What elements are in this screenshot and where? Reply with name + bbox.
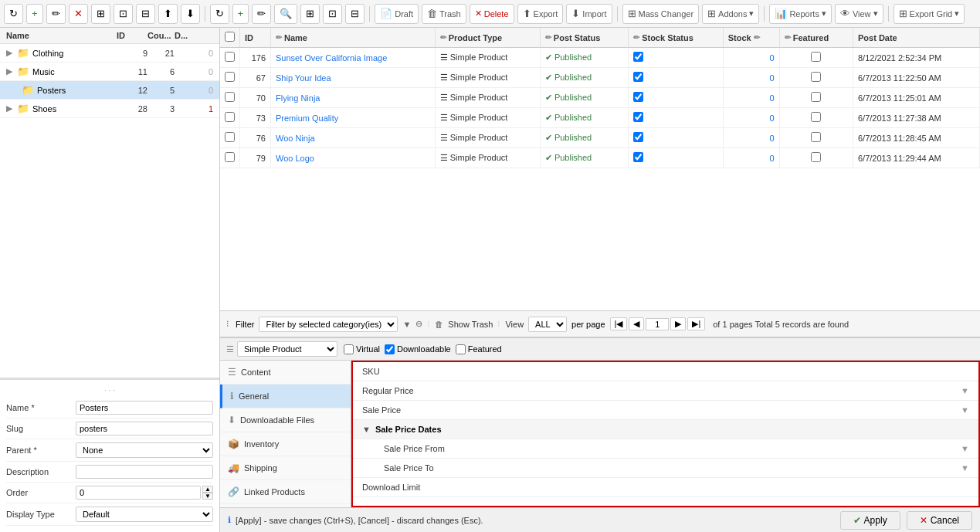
field-input-download_limit[interactable] xyxy=(470,483,969,492)
side-tab-general[interactable]: ℹ General xyxy=(220,385,351,408)
search-button[interactable]: 🔍 xyxy=(274,4,297,24)
product-link-2[interactable]: Flying Ninja xyxy=(276,93,320,103)
stock-status-checkbox-1[interactable] xyxy=(633,72,643,82)
stock-status-checkbox-5[interactable] xyxy=(633,152,643,162)
layout-button[interactable]: ⊟ xyxy=(136,4,155,24)
product-link-4[interactable]: Woo Ninja xyxy=(276,134,315,143)
preview2-button[interactable]: ⊡ xyxy=(323,4,342,24)
exportgrid-button[interactable]: ⊞Export Grid▾ xyxy=(894,4,965,24)
featured-checkbox-0[interactable] xyxy=(811,52,821,62)
download-button[interactable]: ⬇ xyxy=(181,4,200,24)
apply-button[interactable]: ✔ Apply xyxy=(840,511,900,530)
featured-label[interactable]: Featured xyxy=(456,344,502,354)
copy-button[interactable]: ⊞ xyxy=(91,4,110,24)
masschanger-button[interactable]: ⊞Mass Changer xyxy=(622,4,700,24)
tree-row-music[interactable]: ▶ 📁 Music 11 6 0 xyxy=(0,63,219,81)
row-checkbox-5[interactable] xyxy=(225,152,235,162)
preview-button[interactable]: ⊡ xyxy=(114,4,133,24)
filter-funnel-icon[interactable]: ▼ xyxy=(402,320,411,329)
expand-icon-${item.id}[interactable]: ▶ xyxy=(6,48,12,58)
expand-icon-${item.id}[interactable]: ▶ xyxy=(6,66,12,76)
featured-checkbox-1[interactable] xyxy=(811,72,821,82)
next-page-btn[interactable]: ▶ xyxy=(670,317,686,330)
side-tab-content[interactable]: ☰ Content xyxy=(220,361,351,385)
field-dropdown-sale_price[interactable]: ▼ xyxy=(961,405,969,415)
add2-button[interactable]: + xyxy=(232,4,249,24)
form-select-parent[interactable]: None xyxy=(76,442,213,458)
side-tab-downloadable_files[interactable]: ⬇ Downloadable Files xyxy=(220,408,351,432)
featured-checkbox-5[interactable] xyxy=(811,152,821,162)
select-all-checkbox[interactable] xyxy=(225,32,235,42)
layout2-button[interactable]: ⊟ xyxy=(345,4,365,24)
field-dropdown-sale_price_to[interactable]: ▼ xyxy=(961,463,969,473)
copy2-button[interactable]: ⊞ xyxy=(300,4,320,24)
reports-button[interactable]: 📊Reports▾ xyxy=(769,4,832,24)
field-dropdown-regular_price[interactable]: ▼ xyxy=(961,386,969,395)
stock-status-checkbox-3[interactable] xyxy=(633,112,643,122)
tree-row-posters[interactable]: 📁 Posters 12 5 0 xyxy=(0,81,219,100)
import-button[interactable]: ⬇Import xyxy=(566,4,612,24)
filter-clear-icon[interactable]: ⊖ xyxy=(415,319,422,329)
featured-checkbox-4[interactable] xyxy=(811,132,821,142)
section-header-sale_price_dates[interactable]: ▼ Sale Price Dates xyxy=(353,420,978,439)
refresh-button[interactable]: ↻ xyxy=(4,4,23,24)
first-page-btn[interactable]: |◀ xyxy=(610,317,628,330)
form-input-order[interactable] xyxy=(76,486,201,500)
edit-button[interactable]: ✏ xyxy=(46,4,66,24)
trash-icon[interactable]: 🗑 xyxy=(435,320,443,329)
view-button[interactable]: 👁View▾ xyxy=(835,4,883,24)
cancel-button[interactable]: ✕ Cancel xyxy=(907,511,972,530)
row-checkbox-3[interactable] xyxy=(225,112,235,122)
order-up[interactable]: ▲ xyxy=(202,486,213,493)
virtual-label[interactable]: Virtual xyxy=(344,344,380,354)
page-input[interactable] xyxy=(646,318,669,330)
last-page-btn[interactable]: ▶| xyxy=(687,317,705,330)
expand-icon-${item.id}[interactable]: ▶ xyxy=(6,103,12,114)
edit2-button[interactable]: ✏ xyxy=(252,4,271,24)
delete-button[interactable]: ✕Delete xyxy=(470,4,514,24)
product-link-0[interactable]: Sunset Over California Image xyxy=(276,53,387,63)
virtual-checkbox[interactable] xyxy=(344,344,354,354)
field-input-sku[interactable] xyxy=(470,367,969,376)
tree-row-shoes[interactable]: ▶ 📁 Shoes 28 3 1 xyxy=(0,100,219,118)
downloadable-checkbox[interactable] xyxy=(385,344,395,354)
field-dropdown-sale_price_from[interactable]: ▼ xyxy=(961,444,969,453)
refresh2-button[interactable]: ↻ xyxy=(210,4,229,24)
stock-status-checkbox-2[interactable] xyxy=(633,92,643,102)
form-select-display[interactable]: Default xyxy=(76,507,213,522)
form-input-description[interactable] xyxy=(76,465,213,479)
export-button[interactable]: ⬆Export xyxy=(517,4,564,24)
side-tab-shipping[interactable]: 🚚 Shipping xyxy=(220,456,351,480)
x-button[interactable]: ✕ xyxy=(69,4,88,24)
side-tab-inventory[interactable]: 📦 Inventory xyxy=(220,432,351,456)
stock-status-checkbox-0[interactable] xyxy=(633,52,643,62)
product-link-3[interactable]: Premium Quality xyxy=(276,114,338,123)
featured-checkbox-3[interactable] xyxy=(811,112,821,122)
upload-button[interactable]: ⬆ xyxy=(158,4,178,24)
field-row-sale_price_from: Sale Price From ▼ xyxy=(353,439,978,459)
filter-select[interactable]: Filter by selected category(ies) xyxy=(259,317,398,332)
row-checkbox-1[interactable] xyxy=(225,72,235,82)
row-checkbox-4[interactable] xyxy=(225,132,235,142)
row-checkbox-2[interactable] xyxy=(225,92,235,102)
section-toggle-sale_price_dates[interactable]: ▼ xyxy=(362,425,371,434)
tree-row-clothing[interactable]: ▶ 📁 Clothing 9 21 0 xyxy=(0,44,219,63)
product-link-1[interactable]: Ship Your Idea xyxy=(276,73,331,83)
product-type-select[interactable]: Simple Product xyxy=(237,341,337,357)
downloadable-label[interactable]: Downloadable xyxy=(385,344,451,354)
stock-status-checkbox-4[interactable] xyxy=(633,132,643,142)
draft-button[interactable]: 📄Draft xyxy=(375,4,419,24)
prev-page-btn[interactable]: ◀ xyxy=(629,317,644,330)
side-tab-linked_products[interactable]: 🔗 Linked Products xyxy=(220,480,351,504)
view-select[interactable]: ALL xyxy=(528,317,567,332)
trash-button[interactable]: 🗑Trash xyxy=(422,4,466,24)
order-down[interactable]: ▼ xyxy=(202,493,213,500)
form-input-name[interactable] xyxy=(76,401,213,415)
addons-button[interactable]: ⊞Addons▾ xyxy=(702,4,759,24)
add-button[interactable]: + xyxy=(26,4,43,24)
featured-checkbox-2[interactable] xyxy=(811,92,821,102)
featured-checkbox[interactable] xyxy=(456,344,466,354)
row-checkbox-0[interactable] xyxy=(225,52,235,62)
form-input-slug[interactable] xyxy=(76,422,213,435)
product-link-5[interactable]: Woo Logo xyxy=(276,154,314,163)
